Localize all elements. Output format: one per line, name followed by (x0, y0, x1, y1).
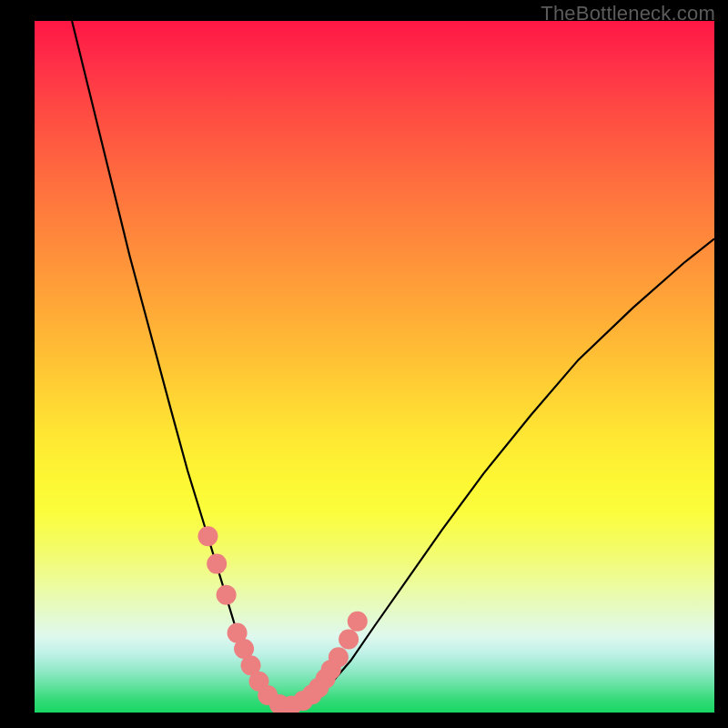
highlighted-points-group (197, 526, 367, 713)
watermark-text: TheBottleneck.com (541, 2, 715, 25)
highlighted-point (197, 526, 217, 546)
chart-frame: TheBottleneck.com (0, 0, 728, 728)
highlighted-point (348, 612, 368, 632)
highlighted-point (207, 554, 227, 574)
highlighted-point (339, 629, 359, 649)
bottleneck-curve-path (72, 21, 714, 705)
chart-plot-area (35, 21, 714, 713)
chart-svg (35, 21, 714, 713)
highlighted-point (329, 647, 349, 667)
highlighted-point (217, 585, 237, 605)
